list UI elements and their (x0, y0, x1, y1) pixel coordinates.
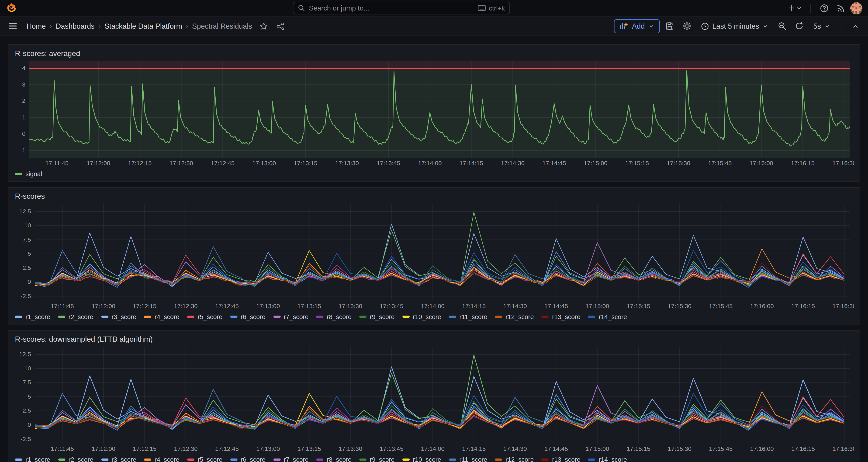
legend-item-r2_score[interactable]: r2_score (58, 456, 93, 462)
svg-text:2.5: 2.5 (23, 265, 31, 271)
search-shortcut: ctrl+k (478, 4, 505, 12)
legend-item-r11_score[interactable]: r11_score (449, 313, 487, 320)
legend-swatch (273, 459, 280, 461)
legend-item-r13_score[interactable]: r13_score (541, 313, 581, 320)
legend-swatch (449, 459, 456, 461)
svg-text:17:15:30: 17:15:30 (668, 446, 691, 452)
svg-text:17:13:30: 17:13:30 (335, 160, 359, 166)
legend-item-r10_score[interactable]: r10_score (402, 456, 441, 462)
timeseries-chart[interactable]: -10123417:11:4517:12:0017:12:1517:12:301… (14, 59, 854, 168)
legend-item-r7_score[interactable]: r7_score (273, 456, 308, 462)
svg-text:5: 5 (28, 394, 31, 400)
svg-text:17:16:15: 17:16:15 (791, 446, 815, 452)
legend-item-r3_score[interactable]: r3_score (101, 313, 136, 320)
legend-item-r8_score[interactable]: r8_score (316, 456, 351, 462)
legend: r1_scorer2_scorer3_scorer4_scorer5_score… (14, 454, 854, 462)
legend-item-r2_score[interactable]: r2_score (58, 313, 93, 320)
news-button[interactable] (834, 1, 848, 16)
legend-item-r7_score[interactable]: r7_score (273, 313, 308, 320)
svg-text:3: 3 (22, 82, 26, 88)
svg-text:17:14:30: 17:14:30 (503, 446, 527, 452)
svg-text:17:13:00: 17:13:00 (256, 446, 280, 452)
grafana-flame-icon (6, 2, 17, 14)
legend-item-r12_score[interactable]: r12_score (495, 456, 534, 462)
legend-swatch (187, 459, 194, 461)
svg-text:17:13:15: 17:13:15 (294, 160, 317, 166)
panel-downsampled: R-scores: downsampled (LTTB algorithm) -… (8, 330, 860, 462)
dashboard-settings-button[interactable] (680, 19, 694, 33)
help-button[interactable] (817, 1, 832, 16)
legend-item-r9_score[interactable]: r9_score (359, 456, 395, 462)
legend-item-r4_score[interactable]: r4_score (144, 313, 179, 320)
save-dashboard-button[interactable] (662, 19, 677, 33)
chevron-up-icon (852, 22, 859, 30)
legend-item-r3_score[interactable]: r3_score (101, 456, 136, 462)
svg-text:2.5: 2.5 (23, 407, 31, 414)
legend-swatch (15, 315, 22, 318)
breadcrumb-dashboards[interactable]: Dashboards (56, 22, 94, 30)
dashboard-grid: R-scores: averaged -10123417:11:4517:12:… (0, 36, 868, 462)
favorite-button[interactable] (256, 19, 271, 33)
panel-title[interactable]: R-scores: downsampled (LTTB algorithm) (14, 334, 854, 344)
legend-item-r13_score[interactable]: r13_score (541, 456, 581, 462)
legend-item-r14_score[interactable]: r14_score (588, 313, 627, 320)
new-menu-button[interactable] (785, 3, 804, 13)
legend-item-signal[interactable]: signal (15, 171, 42, 177)
add-panel-button[interactable]: Add (614, 19, 659, 33)
legend-swatch (316, 315, 323, 318)
kiosk-mode-button[interactable] (848, 19, 863, 33)
search-input[interactable]: Search or jump to... ctrl+k (293, 2, 510, 14)
legend-item-r1_score[interactable]: r1_score (15, 313, 50, 320)
time-range-picker[interactable]: Last 5 minutes (697, 19, 772, 33)
time-range-label: Last 5 minutes (712, 22, 759, 30)
legend-swatch (316, 459, 323, 461)
refresh-interval-dropdown[interactable]: 5s (809, 19, 834, 33)
user-avatar[interactable] (850, 2, 862, 14)
breadcrumb: Home › Dashboards › Stackable Data Platf… (27, 22, 252, 30)
svg-text:17:14:45: 17:14:45 (545, 446, 568, 452)
svg-text:7.5: 7.5 (23, 237, 31, 243)
legend-item-r10_score[interactable]: r10_score (402, 313, 441, 320)
timeseries-chart[interactable]: -2.502.557.51012.517:11:4517:12:0017:12:… (14, 344, 854, 454)
legend-item-r14_score[interactable]: r14_score (588, 456, 627, 462)
svg-text:17:16:00: 17:16:00 (750, 160, 773, 166)
legend-item-r5_score[interactable]: r5_score (187, 456, 222, 462)
legend-item-r4_score[interactable]: r4_score (144, 456, 179, 462)
legend-label: r10_score (413, 313, 441, 320)
hamburger-icon (8, 22, 17, 30)
breadcrumb-folder[interactable]: Stackable Data Platform (104, 22, 182, 30)
grafana-logo[interactable] (6, 2, 18, 14)
legend-item-r5_score[interactable]: r5_score (187, 313, 222, 320)
svg-text:17:15:00: 17:15:00 (585, 446, 609, 452)
svg-text:10: 10 (24, 365, 31, 371)
share-icon (276, 22, 285, 30)
legend-item-r9_score[interactable]: r9_score (359, 313, 395, 320)
share-button[interactable] (273, 19, 287, 33)
panel-title[interactable]: R-scores: averaged (14, 48, 854, 59)
grafana-app: Search or jump to... ctrl+k (0, 0, 868, 462)
svg-text:17:15:30: 17:15:30 (666, 160, 690, 166)
panel-title[interactable]: R-scores (14, 191, 854, 202)
legend-item-r6_score[interactable]: r6_score (230, 313, 265, 320)
legend-label: r2_score (68, 456, 93, 462)
legend-item-r6_score[interactable]: r6_score (230, 456, 265, 462)
search-icon (298, 4, 305, 12)
mega-menu-button[interactable] (6, 19, 20, 33)
legend-item-r8_score[interactable]: r8_score (316, 313, 351, 320)
breadcrumb-home[interactable]: Home (27, 22, 46, 30)
legend-swatch (495, 459, 502, 461)
refresh-button[interactable] (792, 19, 807, 33)
chart-area: -2.502.557.51012.517:11:4517:12:0017:12:… (14, 344, 854, 454)
legend-item-r1_score[interactable]: r1_score (15, 456, 50, 462)
legend-item-r11_score[interactable]: r11_score (449, 456, 487, 462)
legend-item-r12_score[interactable]: r12_score (495, 313, 534, 320)
svg-text:17:15:45: 17:15:45 (708, 160, 732, 166)
help-icon (820, 3, 829, 12)
timeseries-chart[interactable]: -2.502.557.51012.517:11:4517:12:0017:12:… (14, 202, 854, 311)
refresh-icon (795, 22, 804, 31)
svg-text:17:12:30: 17:12:30 (169, 160, 193, 166)
star-icon (259, 22, 268, 30)
legend-label: r8_score (327, 313, 351, 320)
zoom-out-time-button[interactable] (775, 19, 790, 33)
nav-right (785, 1, 862, 16)
